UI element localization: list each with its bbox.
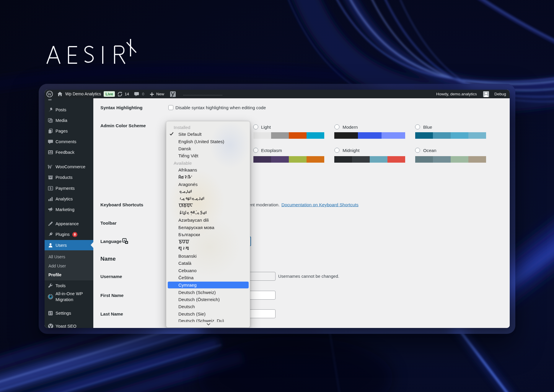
svg-text:$: $ [50,187,51,190]
svg-text:W: W [48,164,53,170]
svg-text:W: W [48,92,52,97]
